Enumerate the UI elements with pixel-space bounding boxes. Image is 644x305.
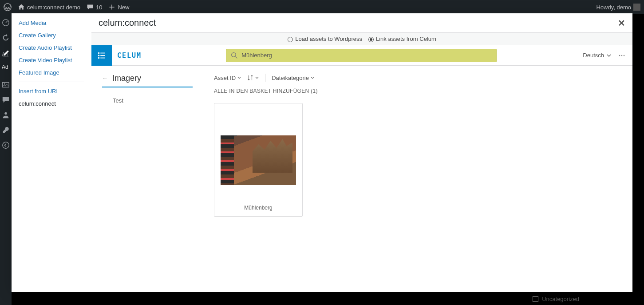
new-label: New — [118, 4, 129, 11]
users-icon[interactable] — [2, 111, 10, 119]
menu-insert-url[interactable]: Insert from URL — [19, 88, 84, 95]
comments-link[interactable]: 10 — [87, 4, 102, 11]
svg-point-14 — [619, 55, 620, 56]
svg-point-4 — [4, 112, 7, 115]
svg-point-8 — [99, 55, 99, 56]
new-link[interactable]: New — [108, 4, 129, 11]
sort-direction[interactable] — [247, 75, 259, 81]
chevron-down-icon — [255, 76, 259, 79]
more-menu-icon[interactable] — [618, 52, 625, 59]
modal-header: celum:connect ✕ — [91, 13, 632, 33]
radio-link-celum[interactable]: Link assets from Celum — [368, 36, 436, 42]
sort-icon — [247, 75, 253, 81]
add-all-to-basket[interactable]: ALLE IN DEN BASKET HINZUFÜGEN (1) — [214, 88, 622, 94]
svg-point-5 — [3, 142, 9, 148]
tree-toggle-button[interactable] — [91, 45, 112, 66]
celum-logo: celum — [117, 51, 142, 59]
asset-title: Mühlenberg — [244, 205, 272, 211]
chevron-down-icon — [237, 76, 241, 79]
chevron-down-icon — [311, 76, 314, 79]
svg-line-13 — [236, 56, 237, 58]
bg-uncategorized[interactable]: Uncategorized — [533, 296, 579, 302]
comment-count: 10 — [96, 4, 102, 11]
media-icon[interactable] — [2, 81, 10, 89]
separator — [265, 74, 265, 82]
close-icon[interactable]: ✕ — [618, 18, 625, 28]
wp-logo-icon[interactable] — [4, 3, 12, 11]
account-link[interactable]: Howdy, demo — [596, 4, 640, 11]
menu-create-video[interactable]: Create Video Playlist — [19, 57, 84, 63]
celum-toolbar: celum Deutsch — [91, 45, 632, 66]
search-input[interactable] — [241, 52, 492, 59]
menu-celum-connect[interactable]: celum:connect — [19, 100, 84, 107]
radio-load-wp[interactable]: Load assets to Wordpress — [288, 36, 362, 42]
menu-featured-image[interactable]: Featured Image — [19, 69, 84, 76]
chevron-down-icon — [607, 53, 611, 58]
asset-thumbnail — [221, 135, 296, 185]
comments-rail-icon[interactable] — [2, 96, 10, 104]
tools-icon[interactable] — [2, 126, 10, 134]
menu-create-audio[interactable]: Create Audio Playlist — [19, 44, 84, 51]
modal-left-menu: Add Media Create Gallery Create Audio Pl… — [12, 13, 91, 292]
search-wrap — [226, 49, 497, 62]
greeting: Howdy, demo — [596, 4, 631, 11]
modal-title: celum:connect — [99, 18, 156, 28]
menu-create-gallery[interactable]: Create Gallery — [19, 32, 84, 39]
media-modal: Add Media Create Gallery Create Audio Pl… — [12, 13, 632, 292]
svg-point-16 — [624, 55, 625, 56]
language-selector[interactable]: Deutsch — [583, 52, 611, 59]
asset-panel: Asset ID Dateikategorie ALLE IN DEN BASK… — [203, 66, 632, 292]
tree-item[interactable]: Test — [102, 93, 193, 108]
collapse-icon[interactable] — [2, 141, 10, 149]
rail-text-add[interactable]: Ad — [2, 64, 8, 70]
svg-rect-2 — [3, 83, 9, 87]
wp-adminbar: celum:connect demo 10 New Howdy, demo — [0, 0, 644, 14]
sort-category[interactable]: Dateikategorie — [272, 75, 314, 81]
checkbox[interactable] — [533, 296, 538, 302]
asset-source-row: Load assets to Wordpress Link assets fro… — [91, 33, 632, 45]
updates-icon[interactable] — [2, 34, 10, 42]
svg-point-10 — [99, 57, 99, 58]
svg-point-6 — [99, 52, 99, 53]
site-link[interactable]: celum:connect demo — [18, 4, 80, 11]
menu-divider — [19, 82, 84, 82]
search-icon — [231, 52, 238, 59]
svg-point-3 — [4, 83, 5, 85]
asset-card[interactable]: Mühlenberg — [214, 103, 303, 217]
back-arrow-icon[interactable]: ← — [102, 75, 108, 82]
folder-tree: ← Imagery Test — [91, 66, 203, 292]
tree-current-folder[interactable]: ← Imagery — [102, 74, 193, 87]
svg-point-12 — [232, 52, 236, 57]
posts-icon[interactable] — [2, 50, 10, 58]
dashboard-icon[interactable] — [2, 19, 10, 27]
avatar — [633, 4, 640, 11]
site-name: celum:connect demo — [27, 4, 80, 11]
menu-add-media[interactable]: Add Media — [19, 20, 84, 26]
svg-point-15 — [621, 55, 623, 56]
sort-asset-id[interactable]: Asset ID — [214, 75, 241, 81]
